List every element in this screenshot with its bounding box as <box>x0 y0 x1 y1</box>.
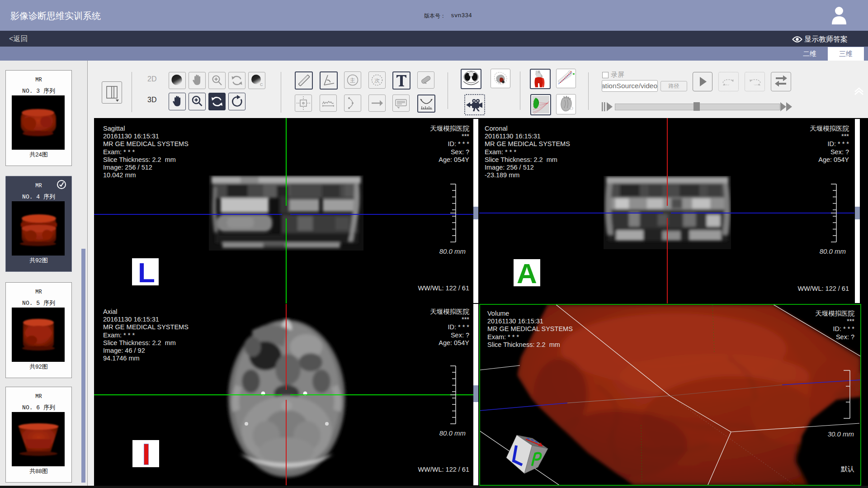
svg-text:C: C <box>260 82 263 87</box>
svg-text:主: 主 <box>350 77 355 84</box>
svg-text:D: D <box>570 105 573 111</box>
svg-text:次: 次 <box>374 77 380 84</box>
